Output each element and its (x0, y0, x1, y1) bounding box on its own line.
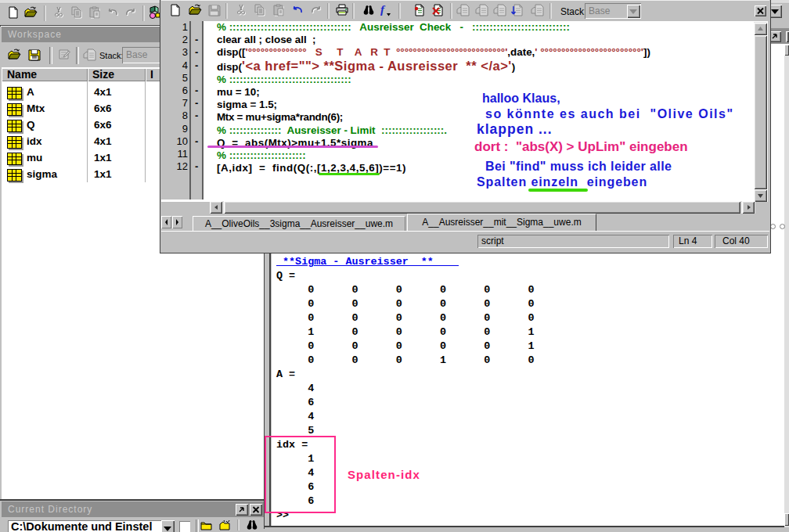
svg-text:f: f (380, 3, 386, 16)
